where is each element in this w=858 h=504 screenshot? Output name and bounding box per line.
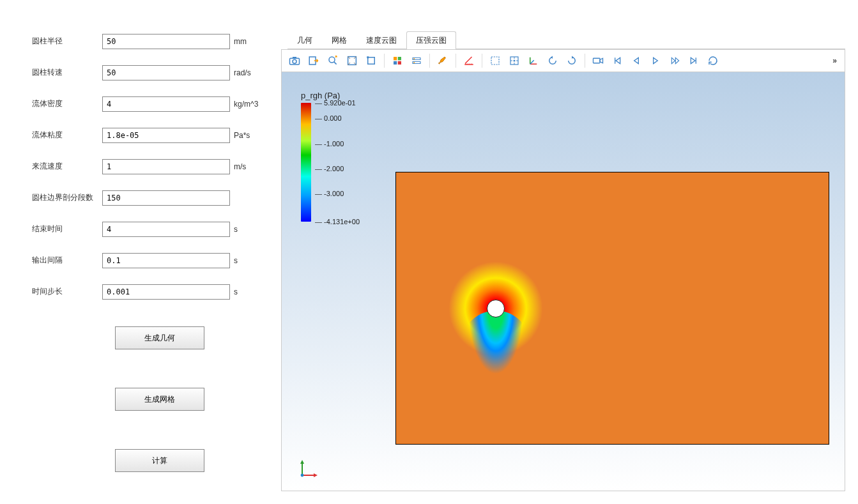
fit-view-icon[interactable]: [343, 52, 361, 70]
output-interval-input[interactable]: [102, 253, 230, 268]
field-unit: Pa*s: [234, 131, 250, 140]
field-unit: m/s: [234, 162, 246, 171]
svg-marker-19: [300, 460, 304, 464]
end-time-input[interactable]: [102, 222, 230, 237]
cylinder-body: [487, 300, 505, 317]
svg-rect-17: [594, 58, 601, 63]
field-label: 圆柱半径: [32, 36, 102, 47]
tab-mesh[interactable]: 网格: [322, 31, 356, 49]
field-unit: mm: [234, 37, 247, 46]
legend-tick: -1.000: [315, 140, 344, 148]
legend-tick: -3.000: [315, 190, 344, 197]
svg-rect-8: [394, 57, 397, 60]
param-panel: 圆柱半径mm 圆柱转速rad/s 流体密度kg/m^3 流体粘度Pa*s 来流速…: [0, 0, 281, 504]
svg-point-4: [329, 57, 335, 63]
legend-tick: 0.000: [315, 114, 342, 122]
boundary-segments-input[interactable]: [102, 190, 230, 206]
tab-pressure[interactable]: 压强云图: [406, 31, 456, 49]
legend-tick: -2.000: [315, 165, 344, 172]
field-label: 圆柱边界剖分段数: [32, 192, 102, 203]
visibility-icon[interactable]: [408, 52, 425, 70]
legend-ticks: 5.920e-01 0.000 -1.000 -2.000 -3.000 -4.…: [315, 103, 371, 222]
toolbar-separator: [429, 54, 430, 68]
view-tabs: 几何 网格 速度云图 压强云图: [287, 31, 845, 49]
prev-frame-icon[interactable]: [627, 52, 645, 70]
svg-rect-6: [368, 57, 375, 65]
svg-rect-11: [398, 61, 401, 65]
field-unit: s: [234, 287, 238, 296]
field-unit: rad/s: [234, 68, 251, 77]
field-label: 流体粘度: [32, 130, 102, 141]
svg-rect-2: [293, 57, 296, 58]
toolbar-separator: [585, 54, 585, 68]
toolbar-separator: [456, 54, 456, 68]
toolbar-overflow[interactable]: »: [832, 56, 841, 65]
export-icon[interactable]: [305, 52, 323, 70]
center-icon[interactable]: [505, 52, 523, 70]
field-unit: s: [234, 256, 238, 265]
cyl-radius-input[interactable]: [102, 34, 230, 49]
field-label: 来流速度: [32, 161, 102, 172]
rotate-right-icon[interactable]: [563, 52, 581, 70]
svg-point-13: [413, 62, 415, 63]
cyl-speed-input[interactable]: [102, 65, 230, 80]
ruler-icon[interactable]: [460, 52, 478, 70]
density-input[interactable]: [102, 96, 230, 112]
camera-icon[interactable]: [286, 52, 303, 70]
tab-geometry[interactable]: 几何: [287, 31, 322, 49]
select-box-icon[interactable]: [362, 52, 380, 70]
svg-point-1: [293, 59, 296, 63]
svg-rect-7: [367, 56, 369, 58]
svg-rect-9: [398, 57, 401, 60]
axes-icon[interactable]: [525, 52, 542, 70]
viscosity-input[interactable]: [102, 128, 230, 143]
tab-velocity[interactable]: 速度云图: [356, 31, 406, 49]
brush-icon[interactable]: [434, 52, 452, 70]
legend-tick: -4.131e+00: [315, 218, 360, 225]
palette-icon[interactable]: [388, 52, 406, 70]
field-label: 结束时间: [32, 224, 102, 234]
color-legend: p_rgh (Pa) 5.920e-01 0.000 -1.000 -2.000…: [301, 91, 371, 222]
svg-rect-10: [394, 61, 397, 65]
first-frame-icon[interactable]: [608, 52, 626, 70]
field-unit: s: [234, 225, 238, 234]
orientation-axes-icon: [298, 457, 320, 479]
svg-point-12: [413, 58, 415, 59]
time-step-input[interactable]: [102, 284, 230, 300]
rotate-left-icon[interactable]: [544, 52, 562, 70]
svg-marker-21: [314, 473, 318, 477]
toolbar-separator: [482, 54, 482, 68]
field-label: 流体密度: [32, 98, 102, 109]
box-select-icon[interactable]: [486, 52, 504, 70]
field-label: 圆柱转速: [32, 67, 102, 78]
loop-icon[interactable]: [704, 52, 722, 70]
zoom-icon[interactable]: [324, 52, 342, 70]
svg-rect-14: [491, 57, 499, 65]
compute-button[interactable]: 计算: [115, 449, 204, 472]
inlet-velocity-input[interactable]: [102, 159, 230, 174]
generate-geometry-button[interactable]: 生成几何: [115, 326, 204, 349]
viewer-toolbar: »: [281, 49, 845, 72]
field-unit: kg/m^3: [234, 100, 258, 109]
generate-mesh-button[interactable]: 生成网格: [115, 388, 204, 411]
record-icon[interactable]: [589, 52, 607, 70]
play-icon[interactable]: [647, 52, 664, 70]
next-frame-icon[interactable]: [666, 52, 684, 70]
legend-tick: 5.920e-01: [315, 99, 356, 107]
field-label: 时间步长: [32, 286, 102, 297]
svg-point-16: [514, 60, 516, 62]
svg-point-22: [301, 474, 304, 477]
render-view[interactable]: p_rgh (Pa) 5.920e-01 0.000 -1.000 -2.000…: [281, 72, 845, 491]
last-frame-icon[interactable]: [685, 52, 703, 70]
legend-gradient: [301, 103, 311, 222]
field-label: 输出间隔: [32, 255, 102, 266]
toolbar-separator: [384, 54, 385, 68]
pressure-contour-plot: [395, 172, 829, 445]
